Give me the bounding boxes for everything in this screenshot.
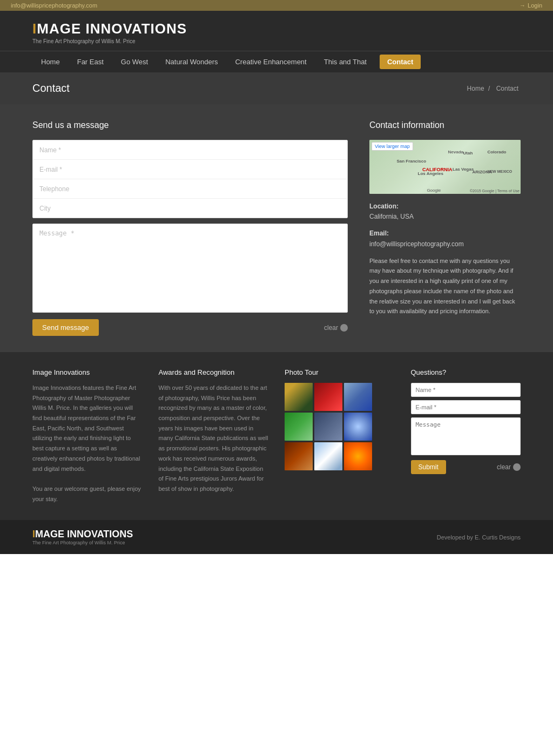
bottom-logo: IMAGE INNOVATIONS The Fine Art Photograp…	[32, 529, 133, 545]
form-section-title: Send us a message	[32, 120, 348, 130]
breadcrumb-current: Contact	[496, 85, 518, 92]
map-lasvegas-label: Las Vegas	[453, 167, 474, 172]
city-field-row	[33, 199, 347, 218]
name-field-row	[33, 140, 347, 160]
email-field-row	[33, 160, 347, 179]
contact-note: Please feel free to contact me with any …	[369, 256, 521, 316]
developer-credit: Developed by E. Curtis Designs	[437, 534, 521, 541]
photo-thumb-5[interactable]	[314, 413, 342, 441]
message-box	[32, 224, 348, 313]
breadcrumb-separator: /	[488, 85, 492, 92]
footer-col-awards: Awards and Recognition With over 50 year…	[159, 368, 269, 504]
google-logo: Google	[427, 188, 441, 193]
login-label: Login	[528, 2, 542, 9]
clear-label: clear	[324, 324, 338, 332]
footer-clear-link[interactable]: clear	[497, 463, 521, 471]
nav-far-east[interactable]: Far East	[69, 51, 112, 72]
nav-this-and-that[interactable]: This and That	[315, 51, 375, 72]
send-message-button[interactable]: Send message	[32, 319, 99, 336]
location-value: California, USA	[369, 213, 414, 220]
topbar-email: info@willispricephotography.com	[11, 2, 97, 9]
footer-name-input[interactable]	[411, 383, 521, 397]
map-view-larger[interactable]: View larger map	[372, 142, 413, 151]
map-la-label: Los Angeles	[418, 171, 443, 176]
footer-clear-icon	[513, 463, 521, 471]
photo-thumb-2[interactable]	[314, 383, 342, 411]
footer-about-title: Image Innovations	[32, 368, 143, 376]
footer-col-questions: Questions? Submit clear	[411, 368, 521, 504]
logo-main-text: MAGE INNOVATIONS	[37, 21, 187, 37]
nav-natural-wonders[interactable]: Natural Wonders	[157, 51, 226, 72]
photo-thumb-4[interactable]	[285, 413, 313, 441]
login-icon: →	[520, 2, 525, 9]
footer-awards-text: With over 50 years of dedicated to the a…	[159, 383, 269, 494]
map-newmex-label: NEW MEXICO	[487, 170, 512, 173]
photo-thumb-3[interactable]	[344, 383, 372, 411]
map-utah-label: Utah	[463, 151, 473, 156]
footer-email-input[interactable]	[411, 400, 521, 414]
bottom-logo-text: MAGE INNOVATIONS	[35, 529, 133, 539]
nav-go-west[interactable]: Go West	[112, 51, 157, 72]
footer-col-about: Image Innovations Image Innovations feat…	[32, 368, 143, 504]
bottom-logo-sub: The Fine Art Photography of Willis M. Pr…	[32, 540, 133, 545]
map-colorado-label: Colorado	[487, 150, 506, 154]
bottom-footer: IMAGE INNOVATIONS The Fine Art Photograp…	[0, 520, 553, 554]
email-info: Email: info@willispricephotography.com	[369, 228, 521, 249]
nav-creative-enhancement[interactable]: Creative Enhancement	[226, 51, 315, 72]
page-header: Contact Home / Contact	[0, 72, 553, 104]
footer-form: Submit clear	[411, 383, 521, 474]
map-container[interactable]: View larger map Nevada Utah Colorado CAL…	[369, 140, 521, 194]
photo-thumb-7[interactable]	[285, 442, 313, 470]
footer-awards-title: Awards and Recognition	[159, 368, 269, 376]
telephone-field-row	[33, 179, 347, 199]
main-content: Send us a message Send messag	[0, 104, 553, 352]
location-label: Location:	[369, 202, 399, 210]
logo[interactable]: IMAGE INNOVATIONS The Fine Art Photograp…	[32, 21, 187, 44]
breadcrumb-home[interactable]: Home	[467, 85, 484, 92]
form-actions: Send message clear	[32, 319, 348, 336]
name-input[interactable]	[39, 146, 341, 154]
footer-form-actions: Submit clear	[411, 460, 521, 474]
footer-questions-title: Questions?	[411, 368, 521, 376]
nav-home[interactable]: Home	[32, 51, 69, 72]
top-bar: info@willispricephotography.com → Login	[0, 0, 553, 11]
photo-thumb-8[interactable]	[314, 442, 342, 470]
bottom-logo-title: IMAGE INNOVATIONS	[32, 529, 133, 540]
footer-message-textarea[interactable]	[411, 417, 521, 455]
photo-thumb-1[interactable]	[285, 383, 313, 411]
footer-col-photo-tour: Photo Tour	[285, 368, 395, 504]
contact-info-title: Contact information	[369, 120, 521, 130]
nav-contact[interactable]: Contact	[380, 55, 421, 69]
email-input[interactable]	[39, 166, 341, 173]
form-fields-box	[32, 140, 348, 218]
site-header: IMAGE INNOVATIONS The Fine Art Photograp…	[0, 11, 553, 51]
city-input[interactable]	[39, 205, 341, 212]
photo-tour-grid	[285, 383, 395, 470]
footer-about-text: Image Innovations features the Fine Art …	[32, 383, 143, 504]
map-nevada-label: Nevada	[448, 150, 463, 154]
telephone-input[interactable]	[39, 185, 341, 193]
login-button[interactable]: → Login	[520, 2, 542, 9]
map-sf-label: San Francisco	[396, 159, 426, 164]
main-nav: Home Far East Go West Natural Wonders Cr…	[0, 51, 553, 72]
photo-thumb-6[interactable]	[344, 413, 372, 441]
photo-thumb-9[interactable]	[344, 442, 372, 470]
footer-clear-label: clear	[497, 463, 511, 471]
breadcrumb: Home / Contact	[467, 85, 521, 92]
clear-link[interactable]: clear	[324, 324, 348, 332]
contact-form-section: Send us a message Send messag	[32, 120, 348, 336]
page-title: Contact	[32, 82, 70, 94]
location-info: Location: California, USA	[369, 201, 521, 222]
map-copyright: ©2015 Google | Terms of Use	[470, 189, 520, 193]
footer: Image Innovations Image Innovations feat…	[0, 352, 553, 520]
footer-submit-button[interactable]: Submit	[411, 460, 446, 474]
clear-icon	[340, 324, 348, 332]
email-label: Email:	[369, 230, 389, 237]
footer-photo-title: Photo Tour	[285, 368, 395, 376]
email-value: info@willispricephotography.com	[369, 240, 464, 248]
logo-subtitle: The Fine Art Photography of Willis M. Pr…	[32, 38, 187, 44]
white-area	[0, 554, 553, 756]
message-textarea[interactable]	[33, 224, 347, 310]
contact-info-section: Contact information View larger map Neva…	[369, 120, 521, 336]
logo-title: IMAGE INNOVATIONS	[32, 21, 187, 37]
